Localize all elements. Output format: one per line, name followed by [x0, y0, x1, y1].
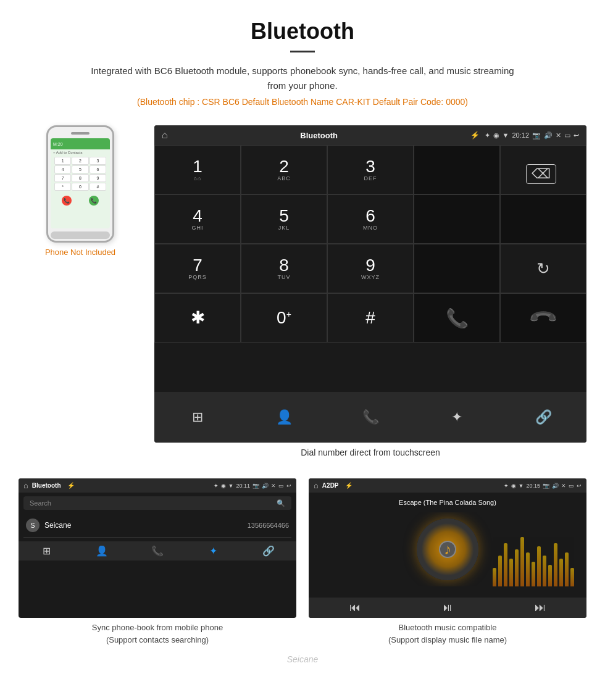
phone-icon: 📞 — [362, 409, 379, 425]
pb-status-right: ✦ ◉ ▼ 20:11 📷 🔊 ✕ ▭ ↩ — [214, 483, 291, 489]
toolbar-phone-btn[interactable]: 📞 — [327, 404, 414, 430]
usb-icon: ⚡ — [470, 131, 480, 140]
camera-icon[interactable]: 📷 — [532, 131, 541, 140]
bluetooth-specs: (Bluetooth chip : CSR BC6 Default Blueto… — [12, 97, 593, 107]
pb-tb-bluetooth[interactable]: ✦ — [185, 545, 241, 557]
key-4[interactable]: 4 GHI — [154, 194, 241, 244]
music-back-icon[interactable]: ↩ — [577, 483, 582, 489]
music-play-btn[interactable]: ⏯ — [401, 601, 494, 614]
music-time: 20:15 — [526, 483, 540, 489]
pb-vol-icon[interactable]: 🔊 — [262, 483, 269, 489]
window-icon[interactable]: ▭ — [564, 131, 570, 140]
location-icon: ◉ — [493, 131, 499, 140]
key-8[interactable]: 8 TUV — [241, 244, 327, 293]
phonebook-search-bar[interactable]: Search 🔍 — [23, 496, 291, 510]
eq-bar — [570, 568, 574, 586]
music-bt-icon: ✦ — [504, 483, 509, 489]
phonebook-section: ⌂ Bluetooth ⚡ ✦ ◉ ▼ 20:11 📷 🔊 ✕ ▭ ↩ — [19, 478, 296, 647]
phone-container: M:20 + Add to Contacts 1 2 3 4 5 6 7 8 — [19, 125, 142, 257]
volume-icon[interactable]: 🔊 — [544, 131, 553, 140]
music-loc-icon: ◉ — [511, 483, 516, 489]
home-icon[interactable]: ⌂ — [162, 130, 168, 141]
key-2[interactable]: 2 ABC — [241, 145, 327, 194]
page-title: Bluetooth — [12, 19, 593, 44]
search-icon: 🔍 — [277, 499, 285, 507]
music-cam-icon[interactable]: 📷 — [543, 483, 549, 489]
key-7[interactable]: 7 PQRS — [154, 244, 241, 293]
phone-dial-grid: 1 2 3 4 5 6 7 8 9 * 0 # — [53, 156, 107, 192]
pb-sig-icon: ▼ — [228, 483, 234, 489]
eq-bar — [554, 543, 557, 586]
dialpad-status-bar: ⌂ Bluetooth ⚡ ✦ ◉ ▼ 20:12 📷 🔊 ✕ ▭ ↩ — [154, 125, 586, 145]
pb-cam-icon[interactable]: 📷 — [252, 483, 259, 489]
music-next-btn[interactable]: ⏭ — [494, 601, 586, 614]
phone-dial-key: # — [90, 183, 106, 191]
key-9[interactable]: 9 WXYZ — [327, 244, 414, 293]
toolbar-bluetooth-btn[interactable]: ✦ — [414, 404, 500, 430]
pb-close-icon[interactable]: ✕ — [271, 483, 276, 489]
phone-dial-key: 8 — [72, 174, 88, 182]
music-status-bar: ⌂ A2DP ⚡ ✦ ◉ ▼ 20:15 📷 🔊 ✕ ▭ ↩ — [309, 478, 586, 493]
key-5[interactable]: 5 JKL — [241, 194, 327, 244]
pb-tb-contact[interactable]: 👤 — [74, 545, 130, 557]
music-caption-line1: Bluetooth music compatible — [309, 622, 586, 634]
back-icon[interactable]: ↩ — [574, 131, 579, 140]
music-sig-icon: ▼ — [519, 483, 524, 489]
pb-tb-link[interactable]: 🔗 — [241, 545, 296, 557]
music-status-right: ✦ ◉ ▼ 20:15 📷 🔊 ✕ ▭ ↩ — [504, 483, 582, 489]
music-vinyl: ♪ — [417, 519, 478, 580]
phone-not-included-label: Phone Not Included — [45, 248, 115, 257]
key-hangup[interactable]: 📞 — [500, 293, 586, 343]
eq-bar — [520, 537, 524, 586]
pb-tb-grid[interactable]: ⊞ — [19, 545, 74, 557]
eq-bar — [559, 559, 563, 586]
phonebook-contact-row[interactable]: S Seicane 13566664466 — [23, 514, 291, 538]
close-icon[interactable]: ✕ — [556, 131, 561, 140]
key-backspace[interactable]: ⌫ — [500, 145, 586, 194]
toolbar-link-btn[interactable]: 🔗 — [500, 404, 586, 430]
pb-back-icon[interactable]: ↩ — [286, 483, 291, 489]
contact-name: Seicane — [44, 521, 248, 530]
main-content: M:20 + Add to Contacts 1 2 3 4 5 6 7 8 — [0, 113, 605, 472]
title-underline — [290, 51, 315, 52]
music-vol-icon[interactable]: 🔊 — [552, 483, 559, 489]
music-caption-line2: (Support display music file name) — [309, 634, 586, 646]
phonebook-caption: Sync phone-book from mobile phone (Suppo… — [19, 618, 296, 647]
time-display: 20:12 — [512, 131, 529, 139]
phone-dial-key: * — [54, 183, 71, 191]
toolbar-contact-btn[interactable]: 👤 — [241, 404, 327, 430]
music-content: Escape (The Pina Colada Song) ♪ — [309, 493, 586, 593]
music-win-icon[interactable]: ▭ — [569, 483, 574, 489]
music-home-icon[interactable]: ⌂ — [314, 481, 319, 490]
pb-tb-phone[interactable]: 📞 — [130, 545, 185, 557]
eq-bar — [526, 552, 530, 586]
music-close-icon[interactable]: ✕ — [561, 483, 566, 489]
key-3[interactable]: 3 DEF — [327, 145, 414, 194]
pb-home-icon[interactable]: ⌂ — [23, 481, 28, 490]
phone-screen: M:20 + Add to Contacts 1 2 3 4 5 6 7 8 — [51, 138, 110, 228]
pb-win-icon[interactable]: ▭ — [278, 483, 284, 489]
eq-bar — [515, 549, 519, 586]
pb-loc-icon: ◉ — [221, 483, 226, 489]
key-refresh[interactable]: ↻ — [500, 244, 586, 293]
music-prev-btn[interactable]: ⏮ — [309, 601, 401, 614]
contact-icon: 👤 — [276, 409, 293, 425]
music-song-title: Escape (The Pina Colada Song) — [399, 499, 496, 506]
key-star[interactable]: ✱ — [154, 293, 241, 343]
toolbar-grid-btn[interactable]: ⊞ — [154, 404, 241, 430]
dialpad-caption: Dial number direct from touchscreen — [154, 443, 586, 460]
phone-speaker — [71, 132, 90, 135]
dialpad-grid: 1 ⌂⌂ 2 ABC 3 DEF ⌫ — [154, 145, 586, 392]
key-hash[interactable]: # — [327, 293, 414, 343]
key-6[interactable]: 6 MNO — [327, 194, 414, 244]
key-call[interactable]: 📞 — [414, 293, 500, 343]
key-0[interactable]: 0+ — [241, 293, 327, 343]
music-bottom-bar: ⏮ ⏯ ⏭ — [309, 598, 586, 618]
phone-home-bar — [51, 231, 110, 239]
eq-bar — [548, 565, 552, 586]
eq-bar — [532, 562, 535, 586]
contact-number: 13566664466 — [248, 522, 289, 529]
dialpad-toolbar: ⊞ 👤 📞 ✦ 🔗 — [154, 392, 586, 443]
phone-dial-key: 3 — [90, 157, 106, 165]
key-1[interactable]: 1 ⌂⌂ — [154, 145, 241, 194]
